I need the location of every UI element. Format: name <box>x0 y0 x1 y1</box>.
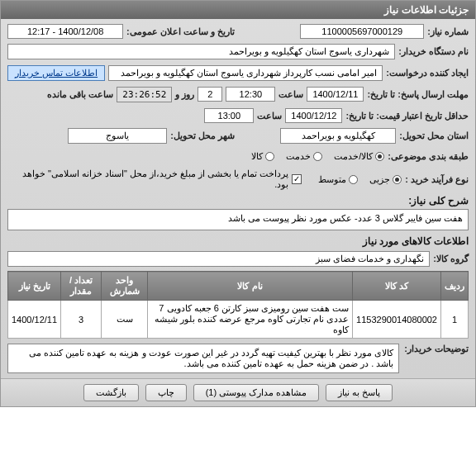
deadline-label: مهلت ارسال پاسخ: تا تاریخ: <box>367 89 469 100</box>
panel-title: جزئیات اطلاعات نیاز <box>1 1 475 19</box>
announce-label: تاریخ و ساعت اعلان عمومی: <box>126 26 235 37</box>
payment-note: پرداخت تمام یا بخشی از مبلغ خرید،از محل … <box>7 168 288 190</box>
radio-both-label: کالا/خدمت <box>334 151 373 162</box>
reply-button[interactable]: پاسخ به نیاز <box>326 384 393 401</box>
validity-time: 13:00 <box>204 108 254 123</box>
treasury-checkbox[interactable] <box>292 174 302 184</box>
requester-value: امیر امامی نسب کارپرداز شهرداری یاسوج اس… <box>108 65 383 81</box>
cell-date: 1400/12/11 <box>8 301 61 339</box>
days-remaining: 2 <box>198 87 222 102</box>
radio-medium-label: متوسط <box>318 174 346 185</box>
radio-dot-icon <box>375 152 384 161</box>
col-qty: تعداد / مقدار <box>61 272 102 301</box>
classify-label: طبقه بندی موضوعی: <box>388 151 469 162</box>
col-date: تاریخ نیاز <box>8 272 61 301</box>
contact-link[interactable]: اطلاعات تماس خریدار <box>7 65 105 81</box>
buyer-org-label: نام دستگاه خریدار: <box>398 46 469 57</box>
radio-dot-icon <box>349 175 358 184</box>
button-bar: پاسخ به نیاز مشاهده مدارک پیوستی (1) چاپ… <box>1 378 475 406</box>
remain-label: ساعت باقی مانده <box>47 89 113 100</box>
group-value: نگهداری و خدمات فضای سبز <box>7 251 430 267</box>
col-code: کد کالا <box>353 272 441 301</box>
col-row: ردیف <box>441 272 469 301</box>
attachments-button[interactable]: مشاهده مدارک پیوستی (1) <box>193 384 320 401</box>
need-no-label: شماره نیاز: <box>427 26 469 37</box>
group-label: گروه کالا: <box>433 254 469 264</box>
radio-dot-icon <box>313 152 322 161</box>
radio-medium[interactable]: متوسط <box>318 174 358 185</box>
print-button[interactable]: چاپ <box>145 384 187 401</box>
radio-dot-icon <box>393 175 402 184</box>
cell-row: 1 <box>441 301 469 339</box>
cell-unit: ست <box>102 301 148 339</box>
col-unit: واحد شمارش <box>102 272 148 301</box>
form-body: شماره نیاز: 1100005697000129 تاریخ و ساع… <box>1 19 475 378</box>
deadline-time-label: ساعت <box>278 89 303 100</box>
radio-partial-label: جزیی <box>369 174 390 185</box>
buyer-notes-label: توضیحات خریدار: <box>404 344 469 373</box>
deadline-time: 12:30 <box>226 87 275 102</box>
city-value: یاسوج <box>68 128 167 144</box>
buyer-org-value: شهرداری یاسوج استان کهگیلویه و بویراحمد <box>7 44 395 59</box>
province-value: کهگیلویه و بویراحمد <box>280 128 396 144</box>
classify-group: کالا/خدمت خدمت کالا <box>251 151 384 162</box>
radio-service[interactable]: خدمت <box>286 151 322 162</box>
radio-goods-label: کالا <box>251 151 263 162</box>
back-button[interactable]: بازگشت <box>83 384 139 401</box>
radio-dot-icon <box>265 152 274 161</box>
cell-name: ست هفت سین رومیزی سبز کارتن 6 جعبه کادوی… <box>147 301 352 339</box>
need-details-panel: جزئیات اطلاعات نیاز شماره نیاز: 11000056… <box>0 0 476 407</box>
validity-label: حداقل تاریخ اعتبار قیمت: تا تاریخ: <box>345 111 469 121</box>
radio-partial[interactable]: جزیی <box>369 174 402 185</box>
radio-goods[interactable]: کالا <box>251 151 274 162</box>
summary-text: هفت سین فایبر گلاس 3 عدد- عکس مورد نظر پ… <box>7 209 469 230</box>
validity-time-label: ساعت <box>257 111 282 121</box>
cell-qty: 3 <box>61 301 102 339</box>
deadline-date: 1400/12/11 <box>307 87 364 102</box>
buyer-notes-text: کالای مورد نظر با بهترین کیفیت تهیه گردد… <box>7 344 399 373</box>
items-table: ردیف کد کالا نام کالا واحد شمارش تعداد /… <box>7 271 469 339</box>
col-name: نام کالا <box>147 272 352 301</box>
requester-label: ایجاد کننده درخواست: <box>386 68 469 78</box>
process-group: جزیی متوسط <box>318 174 402 185</box>
validity-date: 1400/12/12 <box>285 108 342 123</box>
radio-both[interactable]: کالا/خدمت <box>334 151 384 162</box>
countdown-timer: 23:26:52 <box>117 87 172 102</box>
cell-code: 1153290014080002 <box>353 301 441 339</box>
process-label: نوع فرآیند خرید : <box>405 174 469 185</box>
items-section-title: اطلاعات کالاهای مورد نیاز <box>7 235 469 247</box>
need-no-value: 1100005697000129 <box>300 24 424 39</box>
table-header-row: ردیف کد کالا نام کالا واحد شمارش تعداد /… <box>8 272 469 301</box>
table-row: 1 1153290014080002 ست هفت سین رومیزی سبز… <box>8 301 469 339</box>
province-label: استان محل تحویل: <box>399 130 469 141</box>
summary-label: شرح کلی نیاز: <box>7 195 469 206</box>
announce-value: 1400/12/08 - 12:17 <box>7 24 123 39</box>
day-label: روز و <box>175 89 194 100</box>
radio-service-label: خدمت <box>286 151 311 162</box>
city-label: شهر محل تحویل: <box>170 130 235 141</box>
